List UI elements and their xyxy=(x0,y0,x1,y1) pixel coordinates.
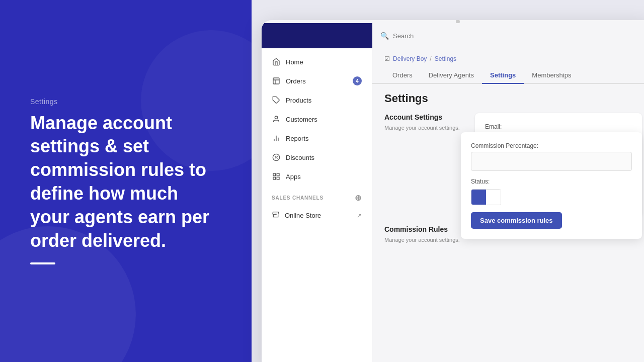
main-heading: Manage account settings & set commission… xyxy=(30,112,221,253)
device-wrapper: 🔍 Home xyxy=(262,20,644,362)
orders-icon xyxy=(272,76,281,85)
sidebar-label-customers: Customers xyxy=(286,116,317,123)
sidebar: Home Orders 4 Products xyxy=(262,48,372,362)
breadcrumb-separator: / xyxy=(430,55,431,62)
account-settings-title: Account Settings xyxy=(384,113,465,121)
right-panel: 🔍 Home xyxy=(252,0,644,362)
tabs: Orders Delivery Agents Settings Membersh… xyxy=(372,62,644,84)
email-label: Email: xyxy=(485,123,632,130)
search-bar[interactable]: 🔍 xyxy=(372,23,644,48)
commission-percentage-group: Commission Percentage: xyxy=(471,142,632,171)
customers-icon xyxy=(272,115,281,124)
commission-rules-section: Commission Rules Manage your account set… xyxy=(372,225,644,252)
commission-status-group: Status: xyxy=(471,178,632,205)
commission-percentage-input[interactable] xyxy=(471,152,632,171)
svg-point-4 xyxy=(275,116,277,119)
commission-title: Commission Rules xyxy=(384,225,465,233)
orders-badge: 4 xyxy=(353,76,362,85)
sidebar-label-discounts: Discounts xyxy=(286,154,314,161)
svg-rect-0 xyxy=(273,78,279,84)
svg-rect-14 xyxy=(277,177,279,179)
apps-icon xyxy=(272,172,281,181)
breadcrumb: ☑ Delivery Boy / Settings xyxy=(372,48,644,62)
left-panel: Settings Manage account settings & set c… xyxy=(0,0,252,362)
svg-rect-12 xyxy=(273,173,276,176)
breadcrumb-app-icon: ☑ xyxy=(384,55,390,62)
online-store-icon xyxy=(272,211,280,220)
app-logo xyxy=(262,23,372,48)
settings-label: Settings xyxy=(30,98,221,106)
commission-form-card: Commission Percentage: Status: xyxy=(461,132,642,239)
content-area: ☑ Delivery Boy / Settings Orders Deliver… xyxy=(372,48,644,362)
search-icon: 🔍 xyxy=(380,32,389,40)
breadcrumb-current: Settings xyxy=(435,55,456,62)
sidebar-label-products: Products xyxy=(286,97,311,104)
sales-channels-section: SALES CHANNELS ⊕ xyxy=(262,186,372,206)
tab-orders[interactable]: Orders xyxy=(384,67,421,84)
sales-channels-label: SALES CHANNELS xyxy=(272,195,324,201)
search-input[interactable] xyxy=(393,32,644,40)
app-shell: 🔍 Home xyxy=(262,23,644,362)
toggle-on[interactable] xyxy=(471,190,486,205)
top-bar: 🔍 xyxy=(262,23,644,48)
commission-form-outer: Commission Percentage: Status: xyxy=(475,225,642,244)
sidebar-item-home[interactable]: Home xyxy=(262,52,372,71)
status-toggle[interactable] xyxy=(471,189,501,205)
tab-delivery-agents[interactable]: Delivery Agents xyxy=(421,67,482,84)
page-title: Settings xyxy=(372,92,644,113)
sidebar-label-apps: Apps xyxy=(286,173,301,180)
online-store-label: Online Store xyxy=(285,212,321,219)
svg-rect-15 xyxy=(273,177,276,179)
save-commission-button[interactable]: Save commission rules xyxy=(471,212,562,229)
tab-memberships[interactable]: Memberships xyxy=(524,67,579,84)
commission-status-label: Status: xyxy=(471,178,632,185)
sidebar-label-home: Home xyxy=(286,58,303,66)
discounts-icon xyxy=(272,153,281,162)
svg-rect-13 xyxy=(277,173,279,176)
sidebar-label-reports: Reports xyxy=(286,135,309,142)
add-sales-channel-icon[interactable]: ⊕ xyxy=(355,193,362,203)
tab-settings[interactable]: Settings xyxy=(482,67,524,84)
sidebar-item-discounts[interactable]: Discounts xyxy=(262,148,372,167)
svg-point-11 xyxy=(277,158,278,158)
main-content: Home Orders 4 Products xyxy=(262,48,644,362)
sidebar-item-customers[interactable]: Customers xyxy=(262,110,372,129)
sidebar-item-products[interactable]: Products xyxy=(262,90,372,110)
underline-decoration xyxy=(30,262,55,264)
commission-percentage-label: Commission Percentage: xyxy=(471,142,632,149)
home-icon xyxy=(272,57,281,66)
reports-icon xyxy=(272,134,281,143)
account-settings-desc: Manage your account settings. xyxy=(384,124,465,132)
products-icon xyxy=(272,96,281,105)
sidebar-item-reports[interactable]: Reports xyxy=(262,129,372,148)
external-link-icon: ↗ xyxy=(357,212,362,219)
toggle-off[interactable] xyxy=(486,190,501,205)
sidebar-item-orders[interactable]: Orders 4 xyxy=(262,71,372,90)
svg-point-10 xyxy=(275,156,276,157)
commission-desc: Manage your account settings. xyxy=(384,236,465,244)
sidebar-item-apps[interactable]: Apps xyxy=(262,167,372,186)
breadcrumb-app-link[interactable]: Delivery Boy xyxy=(393,55,427,62)
sidebar-item-online-store[interactable]: Online Store ↗ xyxy=(262,206,372,225)
sidebar-label-orders: Orders xyxy=(286,77,306,85)
